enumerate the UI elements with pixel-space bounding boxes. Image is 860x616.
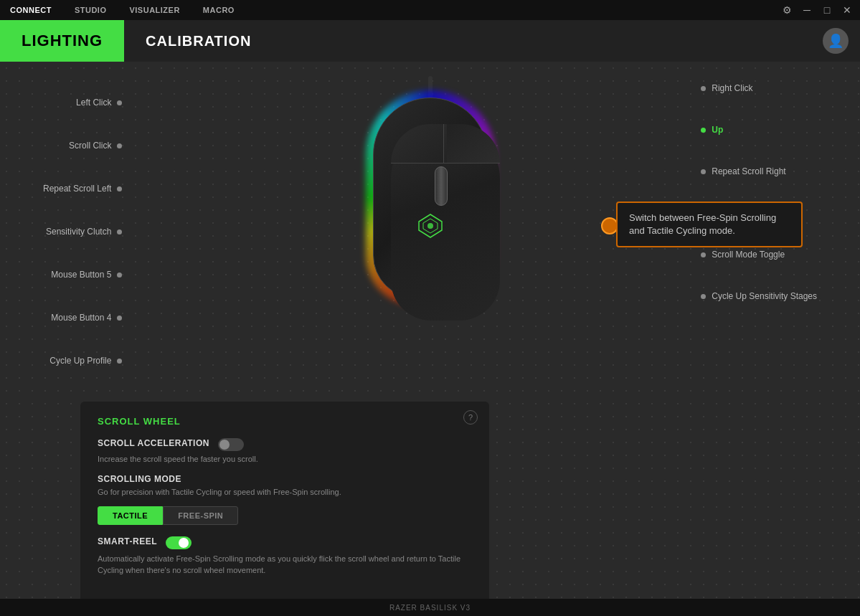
header: LIGHTING CALIBRATION 👤 — [0, 20, 860, 62]
minimize-button[interactable]: ─ — [800, 3, 814, 17]
device-name: RAZER BASILISK V3 — [389, 604, 471, 612]
close-button[interactable]: ✕ — [840, 3, 854, 17]
mouse-right-button — [447, 124, 500, 164]
label-left-click[interactable]: Left Click — [43, 98, 122, 108]
mouse-scroll-wheel-visual — [435, 166, 448, 206]
smart-reel-toggle[interactable] — [166, 536, 192, 549]
user-avatar[interactable]: 👤 — [823, 28, 849, 54]
dot-scroll-mode-toggle — [701, 252, 706, 257]
calibration-tab[interactable]: CALIBRATION — [124, 33, 273, 49]
dot-mouse-button-5 — [117, 273, 122, 278]
dot-cycle-up-profile — [117, 359, 122, 364]
left-labels: Left Click Scroll Click Repeat Scroll Le… — [43, 98, 122, 366]
smart-reel-row: SMART-REEL — [98, 536, 472, 549]
razer-logo — [416, 212, 445, 240]
dot-right-click — [701, 86, 706, 91]
mouse-body — [373, 98, 488, 298]
maximize-button[interactable]: □ — [820, 3, 834, 17]
label-sensitivity-clutch[interactable]: Sensitivity Clutch — [43, 227, 122, 237]
smart-reel-label: SMART-REEL — [98, 536, 157, 546]
nav-connect[interactable]: CONNECT — [6, 3, 56, 17]
mouse-diagram — [351, 76, 509, 334]
panel-help-icon[interactable]: ? — [463, 410, 478, 425]
title-bar: CONNECT STUDIO VISUALIZER MACRO ⚙ ─ □ ✕ — [0, 0, 860, 20]
tooltip-text: Switch between Free-Spin Scrolling and T… — [629, 212, 776, 236]
label-mouse-button-5[interactable]: Mouse Button 5 — [43, 270, 122, 280]
dot-left-click — [117, 100, 122, 105]
label-repeat-scroll-left[interactable]: Repeat Scroll Left — [43, 184, 122, 194]
dot-up — [701, 128, 706, 133]
mouse-left-button — [391, 124, 444, 164]
label-right-click[interactable]: Right Click — [701, 83, 817, 93]
label-cycle-up-sensitivity[interactable]: Cycle Up Sensitivity Stages — [701, 291, 817, 301]
smart-reel-knob — [179, 538, 189, 548]
settings-icon[interactable]: ⚙ — [780, 3, 794, 17]
label-mouse-button-4[interactable]: Mouse Button 4 — [43, 313, 122, 323]
scrolling-mode-desc: Go for precision with Tactile Cycling or… — [98, 487, 472, 498]
nav-studio[interactable]: STUDIO — [70, 3, 111, 17]
scroll-acceleration-toggle[interactable] — [218, 438, 244, 451]
nav-visualizer[interactable]: VISUALIZER — [125, 3, 184, 17]
dot-mouse-button-4 — [117, 316, 122, 321]
dot-cycle-up-sensitivity — [701, 294, 706, 299]
scroll-acceleration-desc: Increase the scroll speed the faster you… — [98, 454, 472, 465]
smart-reel-desc: Automatically activate Free-Spin Scrolli… — [98, 554, 472, 576]
tactile-button[interactable]: TACTILE — [98, 506, 163, 525]
lighting-tab[interactable]: LIGHTING — [0, 20, 124, 62]
nav-macro[interactable]: MACRO — [199, 3, 239, 17]
scroll-acceleration-label: SCROLL ACCELERATION — [98, 438, 209, 448]
dot-repeat-scroll-left — [117, 186, 122, 191]
scrolling-mode-buttons: TACTILE FREE-SPIN — [98, 506, 472, 525]
label-repeat-scroll-right[interactable]: Repeat Scroll Right — [701, 166, 817, 176]
right-labels: Right Click Up Repeat Scroll Right Scrol… — [701, 83, 817, 301]
mouse-divider — [391, 163, 500, 164]
window-controls: ⚙ ─ □ ✕ — [780, 3, 854, 17]
scroll-acceleration-row: SCROLL ACCELERATION — [98, 438, 472, 451]
dot-scroll-click — [117, 143, 122, 148]
svg-point-2 — [427, 223, 433, 229]
label-scroll-mode-toggle[interactable]: Scroll Mode Toggle — [701, 250, 817, 260]
nav-menu: CONNECT STUDIO VISUALIZER MACRO — [6, 3, 780, 17]
main-content: Left Click Scroll Click Repeat Scroll Le… — [0, 62, 860, 599]
scrolling-mode-label: SCROLLING MODE — [98, 474, 472, 484]
label-cycle-up-profile[interactable]: Cycle Up Profile — [43, 356, 122, 366]
dot-sensitivity-clutch — [117, 229, 122, 234]
toggle-knob — [219, 440, 230, 450]
dot-repeat-scroll-right — [701, 169, 706, 174]
panel-title: SCROLL WHEEL — [98, 416, 472, 427]
footer: RAZER BASILISK V3 — [0, 599, 860, 616]
freespin-button[interactable]: FREE-SPIN — [163, 506, 238, 525]
label-up[interactable]: Up — [701, 125, 817, 135]
scroll-wheel-panel: ? SCROLL WHEEL SCROLL ACCELERATION Incre… — [80, 402, 489, 599]
label-scroll-click[interactable]: Scroll Click — [43, 141, 122, 151]
scroll-tooltip: Switch between Free-Spin Scrolling and T… — [616, 202, 803, 247]
